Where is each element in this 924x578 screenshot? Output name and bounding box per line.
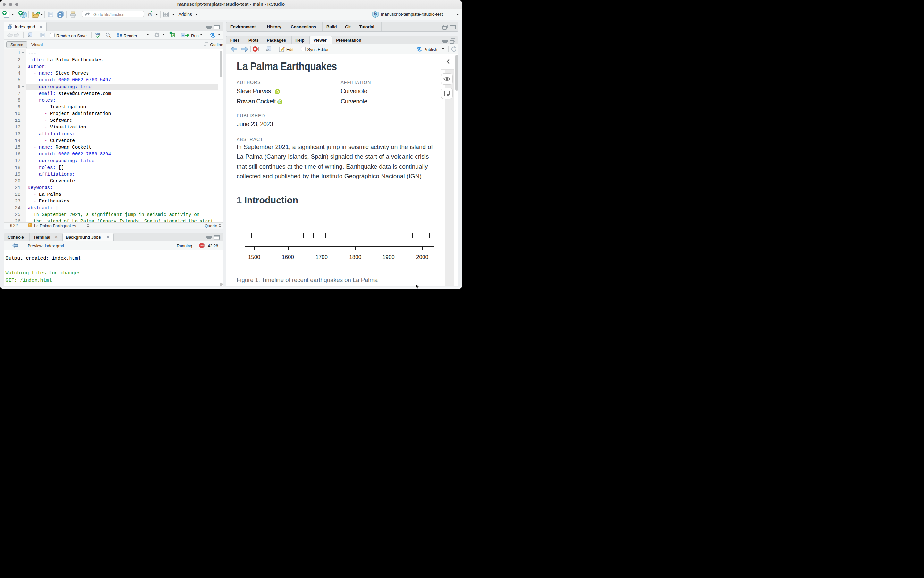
svg-text:STOP: STOP [200, 245, 203, 246]
svg-text:R: R [374, 11, 377, 16]
